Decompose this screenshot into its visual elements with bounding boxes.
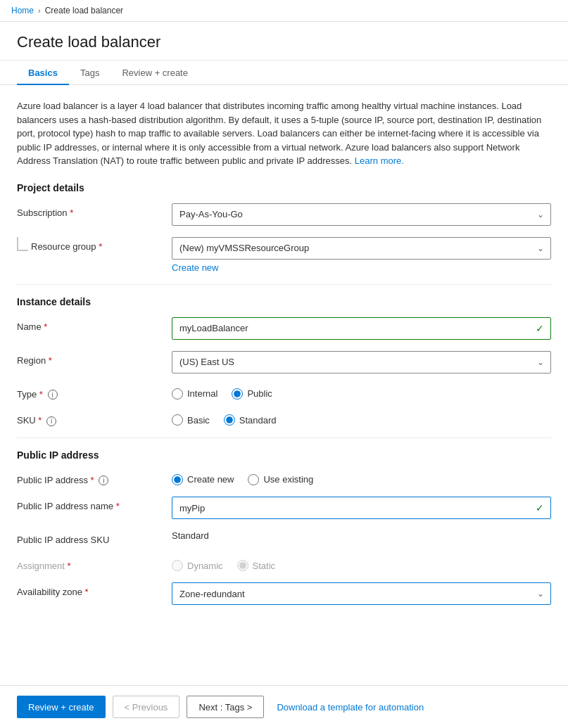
type-internal-label: Internal [187,388,217,399]
region-select[interactable]: (US) East US [172,351,551,373]
public-ip-radio-group: Create new Use existing [172,471,551,485]
public-ip-name-check-icon: ✓ [536,502,544,513]
type-public-radio[interactable] [232,388,243,400]
sku-standard-option[interactable]: Standard [224,414,277,426]
public-ip-name-control: ✓ [172,497,551,519]
region-select-wrapper: (US) East US ⌄ [172,351,551,373]
resource-group-create-new[interactable]: Create new [172,262,218,273]
page-wrapper: Home › Create load balancer Create load … [0,0,568,728]
next-button[interactable]: Next : Tags > [187,696,264,718]
type-control: Internal Public [172,385,551,400]
name-row: Name * ✓ [17,317,551,340]
availability-zone-select[interactable]: Zone-redundant [172,582,551,605]
subscription-control: Pay-As-You-Go ⌄ [172,203,551,226]
tab-basics[interactable]: Basics [17,60,69,85]
region-required: * [49,355,52,366]
type-public-option[interactable]: Public [232,388,272,400]
sku-radio-group: Basic Standard [172,411,551,426]
create-new-option[interactable]: Create new [172,474,234,485]
subscription-select[interactable]: Pay-As-You-Go [172,203,551,226]
breadcrumb-separator: › [38,6,41,15]
tab-review-create[interactable]: Review + create [111,60,199,85]
form-content: Azure load balancer is a layer 4 load ba… [0,85,568,685]
public-ip-title: Public IP address [17,449,551,461]
availability-zone-select-wrapper: Zone-redundant ⌄ [172,582,551,605]
review-create-button[interactable]: Review + create [17,696,106,718]
type-info-icon[interactable]: i [48,390,58,400]
public-ip-sku-control: Standard [172,530,551,541]
sku-info-icon[interactable]: i [46,416,56,426]
name-input[interactable] [172,317,551,340]
public-ip-sku-label: Public IP address SKU [17,530,172,545]
assignment-label: Assignment * [17,556,172,571]
name-input-wrapper: ✓ [172,317,551,340]
public-ip-address-control: Create new Use existing [172,471,551,485]
page-title-section: Create load balancer [0,22,568,60]
public-ip-info-icon[interactable]: i [99,475,108,485]
use-existing-option[interactable]: Use existing [248,474,313,485]
type-internal-option[interactable]: Internal [172,388,217,400]
resource-group-control: (New) myVMSSResourceGroup ⌄ Create new [172,237,551,273]
public-ip-name-input[interactable] [172,497,551,519]
learn-more-link[interactable]: Learn more. [355,155,404,166]
availability-zone-label: Availability zone * [17,582,172,597]
assignment-static-option[interactable]: Static [237,560,276,571]
assignment-radio-group: Dynamic Static [172,556,551,571]
availability-zone-required: * [85,587,89,597]
public-ip-sku-row: Public IP address SKU Standard [17,530,551,545]
use-existing-label: Use existing [263,474,313,485]
breadcrumb-home[interactable]: Home [11,6,34,15]
region-row: Region * (US) East US ⌄ [17,351,551,373]
description-text: Azure load balancer is a layer 4 load ba… [17,99,551,168]
sku-basic-option[interactable]: Basic [172,414,210,426]
type-label: Type * i [17,385,172,400]
assignment-static-label: Static [253,561,276,571]
page-title: Create load balancer [17,33,551,51]
create-new-radio[interactable] [172,474,183,485]
resource-group-required: * [99,241,102,252]
region-control: (US) East US ⌄ [172,351,551,373]
type-internal-radio[interactable] [172,388,183,400]
subscription-row: Subscription * Pay-As-You-Go ⌄ [17,203,551,226]
divider-2 [17,438,551,438]
sku-standard-label: Standard [239,415,277,426]
public-ip-name-label: Public IP address name * [17,497,172,511]
public-ip-address-label: Public IP address * i [17,471,172,486]
automation-link[interactable]: Download a template for automation [277,702,424,713]
public-ip-sku-value: Standard [172,526,209,541]
name-required: * [44,321,47,332]
availability-zone-control: Zone-redundant ⌄ [172,582,551,605]
project-details-title: Project details [17,182,551,193]
public-ip-name-input-wrapper: ✓ [172,497,551,519]
project-details-section: Project details Subscription * Pay-As-Yo… [17,182,551,273]
public-ip-address-row: Public IP address * i Create new [17,471,551,486]
divider-1 [17,284,551,285]
instance-details-section: Instance details Name * ✓ [17,296,551,426]
resource-group-label: Resource group * [28,237,172,252]
region-label: Region * [17,351,172,366]
resource-group-select-wrapper: (New) myVMSSResourceGroup ⌄ [172,237,551,260]
create-new-label: Create new [187,474,234,485]
sku-required: * [38,415,42,426]
name-check-icon: ✓ [536,323,544,334]
sku-basic-radio[interactable] [172,414,183,426]
footer: Review + create < Previous Next : Tags >… [0,685,568,728]
resource-group-row: Resource group * (New) myVMSSResourceGro… [17,237,551,273]
use-existing-radio[interactable] [248,474,259,485]
assignment-row: Assignment * Dynamic Static [17,556,551,571]
public-ip-name-required: * [116,501,120,511]
previous-button[interactable]: < Previous [113,696,180,718]
subscription-label: Subscription * [17,203,172,218]
sku-standard-radio[interactable] [224,414,235,426]
name-label: Name * [17,317,172,332]
breadcrumb: Home › Create load balancer [0,0,568,22]
resource-group-select[interactable]: (New) myVMSSResourceGroup [172,237,551,260]
assignment-static-radio[interactable] [237,560,248,571]
tab-tags[interactable]: Tags [69,60,111,85]
breadcrumb-current: Create load balancer [45,6,123,15]
main-content: Create load balancer Basics Tags Review … [0,22,568,685]
assignment-dynamic-option[interactable]: Dynamic [172,560,223,571]
sku-control: Basic Standard [172,411,551,426]
assignment-dynamic-radio[interactable] [172,560,183,571]
type-required: * [39,389,43,400]
